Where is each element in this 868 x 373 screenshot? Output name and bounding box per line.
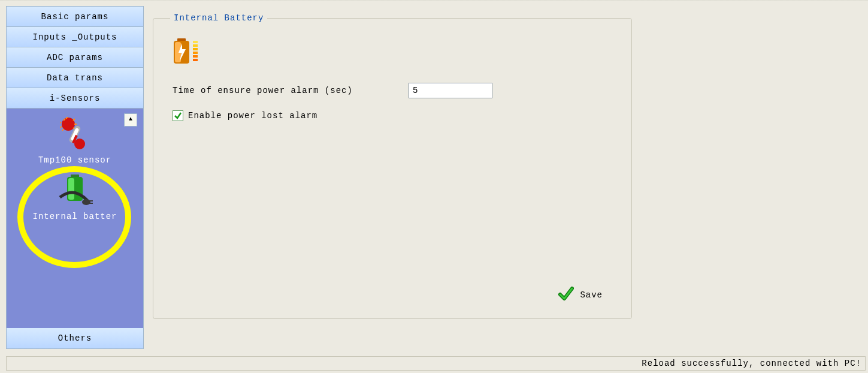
sidebar-header-i-sensors[interactable]: i-Sensors — [7, 88, 143, 109]
main-layout: Basic params Inputs _Outputs ADC params … — [0, 1, 868, 349]
svg-rect-17 — [193, 48, 198, 50]
sidebar-header-basic-params[interactable]: Basic params — [7, 7, 143, 27]
svg-rect-7 — [68, 178, 74, 200]
svg-point-8 — [82, 199, 90, 205]
svg-rect-16 — [193, 44, 198, 47]
enable-power-lost-label: Enable power lost alarm — [188, 111, 317, 121]
time-alarm-row: Time of ensure power alarm (sec) — [173, 83, 617, 98]
svg-rect-15 — [193, 41, 198, 43]
time-alarm-label: Time of ensure power alarm (sec) — [173, 86, 394, 95]
thermometer-icon — [60, 143, 90, 153]
svg-rect-18 — [193, 52, 198, 54]
save-check-icon — [558, 286, 574, 304]
sidebar-item-internal-battery[interactable]: Internal batter — [7, 172, 143, 221]
sidebar-header-adc-params[interactable]: ADC params — [7, 47, 143, 68]
svg-point-3 — [74, 139, 85, 149]
checkmark-icon — [174, 112, 182, 120]
status-bar: Reload successfully, connected with PC! — [6, 356, 866, 371]
svg-rect-9 — [89, 200, 93, 201]
sidebar-header-others[interactable]: Others — [7, 328, 143, 348]
sidebar: Basic params Inputs _Outputs ADC params … — [6, 6, 144, 349]
svg-rect-20 — [193, 59, 198, 61]
sidebar-item-tmp100-sensor[interactable]: Tmp100 sensor — [7, 117, 143, 165]
save-button-label: Save — [580, 290, 603, 300]
enable-power-lost-checkbox[interactable] — [173, 110, 183, 121]
sidebar-header-data-trans[interactable]: Data trans — [7, 68, 143, 88]
status-text: Reload successfully, connected with PC! — [642, 359, 861, 368]
time-alarm-input[interactable] — [409, 83, 492, 98]
content-area: Internal Battery Time of ensure power al… — [153, 1, 868, 349]
svg-rect-19 — [193, 55, 198, 58]
enable-power-lost-row[interactable]: Enable power lost alarm — [173, 110, 617, 121]
sidebar-header-inputs-outputs[interactable]: Inputs _Outputs — [7, 27, 143, 47]
group-title: Internal Battery — [170, 13, 267, 23]
battery-plug-icon — [56, 200, 93, 209]
svg-rect-10 — [89, 203, 93, 204]
sidebar-item-label: Internal batter — [7, 212, 143, 221]
battery-charging-icon — [173, 37, 617, 68]
save-button[interactable]: Save — [558, 286, 603, 304]
sidebar-item-label: Tmp100 sensor — [7, 155, 143, 165]
internal-battery-group: Internal Battery Time of ensure power al… — [153, 13, 632, 319]
sidebar-panel-i-sensors: ▲ Tmp100 sensor — [7, 109, 143, 328]
